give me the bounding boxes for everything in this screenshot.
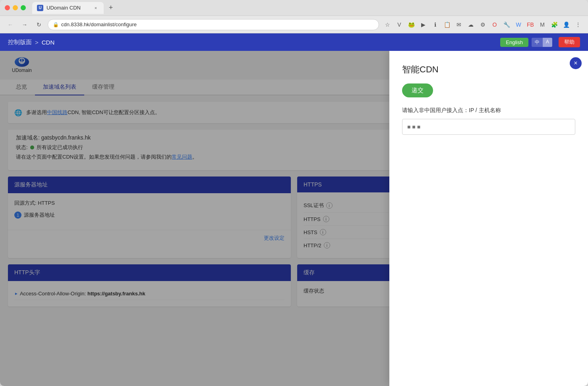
app-content: 控制版面 > CDN English 中 A 帮助 — [0, 33, 588, 386]
ext-icon-3[interactable]: ▶ — [418, 19, 428, 30]
close-window-btn[interactable] — [5, 5, 10, 10]
ext-icon-10[interactable]: 🔧 — [501, 19, 512, 30]
maximize-window-btn[interactable] — [21, 5, 26, 10]
modal-ip-input[interactable] — [402, 119, 575, 135]
menu-icon[interactable]: ⋮ — [573, 19, 583, 30]
browser-tab[interactable]: U UDomain CDN × — [32, 2, 104, 14]
title-bar: U UDomain CDN × + — [0, 0, 588, 16]
breadcrumb: 控制版面 > CDN — [8, 39, 54, 46]
forward-btn[interactable]: → — [19, 19, 30, 30]
ext-icon-7[interactable]: ☁ — [466, 19, 476, 30]
ext-icon-1[interactable]: V — [394, 19, 404, 30]
tab-label: UDomain CDN — [46, 5, 81, 11]
modal-title: 智能CDN — [402, 64, 575, 76]
ext-icon-13[interactable]: M — [537, 19, 547, 30]
ext-icon-14[interactable]: 🧩 — [549, 19, 559, 30]
ext-icon-4[interactable]: ℹ — [430, 19, 440, 30]
breadcrumb-separator: > — [35, 39, 39, 46]
breadcrumb-current: CDN — [42, 39, 55, 46]
minimize-window-btn[interactable] — [13, 5, 18, 10]
tab-favicon: U — [37, 5, 43, 11]
address-text: cdn.8338.hk/domainlist/configure — [61, 21, 137, 27]
modal-panel: × 智能CDN 递交 请输入非中国用户接入点：IP / 主机名称 — [389, 51, 588, 386]
submit-btn[interactable]: 递交 — [402, 83, 433, 97]
tab-close-btn[interactable]: × — [93, 5, 99, 11]
ext-icon-6[interactable]: ✉ — [454, 19, 464, 30]
new-tab-btn[interactable]: + — [105, 2, 116, 14]
lock-icon: 🔒 — [53, 22, 59, 27]
ext-icon-15[interactable]: 👤 — [561, 19, 571, 30]
app-topnav: 控制版面 > CDN English 中 A 帮助 — [0, 33, 588, 51]
bookmark-icon[interactable]: ☆ — [382, 19, 393, 30]
ext-icon-8[interactable]: ⚙ — [478, 19, 488, 30]
ext-icon-5[interactable]: 📋 — [442, 19, 452, 30]
modal-close-btn[interactable]: × — [570, 57, 582, 69]
modal-label: 请输入非中国用户接入点：IP / 主机名称 — [402, 107, 575, 114]
help-btn[interactable]: 帮助 — [559, 37, 580, 47]
reload-btn[interactable]: ↻ — [33, 19, 44, 30]
address-bar: ← → ↻ 🔒 cdn.8338.hk/domainlist/configure… — [0, 16, 588, 33]
back-btn[interactable]: ← — [5, 19, 16, 30]
address-input[interactable]: 🔒 cdn.8338.hk/domainlist/configure — [48, 19, 379, 30]
ext-icon-2[interactable]: 🐸 — [406, 19, 416, 30]
lang-zh-btn[interactable]: 中 — [532, 38, 543, 47]
english-lang-btn[interactable]: English — [500, 38, 528, 47]
ext-icon-11[interactable]: W — [513, 19, 524, 30]
lang-en-btn[interactable]: A — [543, 38, 552, 47]
topnav-right: English 中 A 帮助 — [500, 37, 580, 47]
browser-window: U UDomain CDN × + ← → ↻ 🔒 cdn.8338.hk/do… — [0, 0, 588, 386]
toolbar-icons: ☆ V 🐸 ▶ ℹ 📋 ✉ ☁ ⚙ O 🔧 W FB M 🧩 👤 ⋮ — [382, 19, 583, 30]
breadcrumb-home[interactable]: 控制版面 — [8, 39, 32, 46]
lang-toggle: 中 A — [532, 38, 552, 47]
main-layout: UDomain 总览 加速域名列表 缓存管理 🌐 多谢选用中国线路CDN, 智能… — [0, 51, 588, 386]
tab-bar: U UDomain CDN × + — [32, 2, 583, 14]
ext-icon-12[interactable]: FB — [525, 19, 536, 30]
window-controls — [5, 5, 26, 10]
ext-icon-9[interactable]: O — [489, 19, 500, 30]
